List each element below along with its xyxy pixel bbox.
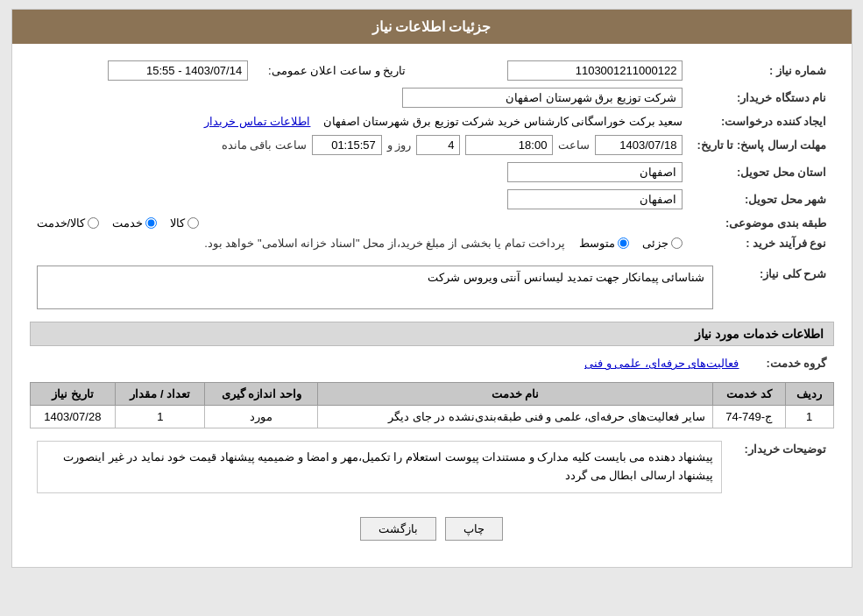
radio-khedmat[interactable]: خدمت [112,216,157,230]
page-title: جزئیات اطلاعات نیاز [372,19,492,34]
table-row: گروه خدمت: فعالیت‌های حرفه‌ای، علمی و فن… [30,353,834,373]
col-vahed: واحد اندازه گیری [205,383,318,406]
col-tedad: تعداد / مقدار [116,383,205,406]
radio-jozi[interactable]: جزئی [642,237,683,250]
main-container: جزئیات اطلاعات نیاز شماره نیاز : 1103001… [11,9,852,568]
table-row: نوع فرآیند خرید : متوسط جزئی پرداخت تمام… [30,233,834,253]
tosihKharidar-box: پیشنهاد دهنده می بایست کلیه مدارک و مستن… [37,441,722,493]
saatMande-label: ساعت باقی مانده [222,138,307,152]
ijadKonande-label: ایجاد کننده درخواست: [690,111,833,131]
groupeKhedmat-value[interactable]: فعالیت‌های حرفه‌ای، علمی و فنی [584,357,739,370]
ostanTahvil-label: استان محل تحویل: [690,159,833,186]
sharhNiaz-value: شناسائی پیمانکار جهت تمدید لیسانس آنتی و… [37,266,713,309]
sharhNiaz-label: شرح کلی نیاز: [720,262,834,313]
page-header: جزئیات اطلاعات نیاز [12,10,852,44]
content-area: شماره نیاز : 1103001211000122 تاریخ و سا… [12,44,852,567]
back-button[interactable]: بازگشت [360,517,436,541]
rozMande-value: 4 [416,135,460,155]
tarikhElan-value: 1403/07/14 - 15:55 [108,60,248,81]
cell-kod: ج-749-74 [712,406,785,428]
print-button[interactable]: چاپ [445,517,503,541]
groupeKhedmat-label: گروه خدمت: [746,353,834,373]
tosihKharidar-value: پیشنهاد دهنده می بایست کلیه مدارک و مستن… [45,449,714,485]
table-row: شرح کلی نیاز: شناسائی پیمانکار جهت تمدید… [30,262,834,313]
tarikhPasokh-value: 1403/07/18 [595,135,683,155]
saatMande-value: 01:15:57 [312,135,382,155]
rozMande-label: روز و [387,138,412,152]
radio-kala-khedmat[interactable]: کالا/خدمت [37,216,100,230]
sharh-niaz-table: شرح کلی نیاز: شناسائی پیمانکار جهت تمدید… [30,262,834,313]
tabaqehBandi-radiogroup: کالا/خدمت خدمت کالا [37,216,683,230]
col-tarikh: تاریخ نیاز [30,383,116,406]
ostanTahvil-value: اصفهان [507,162,683,182]
grohe-khedmat-table: گروه خدمت: فعالیت‌های حرفه‌ای، علمی و فن… [30,353,834,373]
tosih-table: توضیحات خریدار: پیشنهاد دهنده می بایست ک… [30,437,834,504]
tosihKharidar-label: توضیحات خریدار: [729,437,834,504]
table-row: ایجاد کننده درخواست: سعید برکت خوراسگانی… [30,111,834,131]
namDastgah-value: شرکت توزیع برق شهرستان اصفهان [402,88,683,108]
radio-kala[interactable]: کالا [170,216,199,230]
noeFarayand-label: نوع فرآیند خرید : [690,233,833,253]
cell-vahed: مورد [205,406,318,428]
tabaqehBandi-label: طبقه بندی موضوعی: [690,213,833,233]
cell-nam: سایر فعالیت‌های حرفه‌ای، علمی و فنی طبقه… [318,406,712,428]
table-header-row: ردیف کد خدمت نام خدمت واحد اندازه گیری ت… [30,383,833,406]
khadamat-section-header: اطلاعات خدمات مورد نیاز [30,322,834,346]
namDastgah-label: نام دستگاه خریدار: [690,84,833,111]
saatPasokh-value: 18:00 [465,135,553,155]
table-row: استان محل تحویل: اصفهان [30,159,834,186]
col-nam: نام خدمت [318,383,712,406]
table-row: توضیحات خریدار: پیشنهاد دهنده می بایست ک… [30,437,834,504]
info-table: شماره نیاز : 1103001211000122 تاریخ و سا… [30,57,834,253]
cell-tedad: 1 [116,406,205,428]
noeFarayand-note: پرداخت تمام یا بخشی از مبلغ خرید،از محل … [204,237,565,250]
ijadKonande-value: سعید برکت خوراسگانی کارشناس خرید شرکت تو… [323,115,683,128]
service-table: ردیف کد خدمت نام خدمت واحد اندازه گیری ت… [30,382,834,428]
col-radif: ردیف [785,383,833,406]
etelaat-link[interactable]: اطلاعات تماس خریدار [204,115,310,128]
shahrTahvil-label: شهر محل تحویل: [690,186,833,213]
noeFarayand-radiogroup: متوسط جزئی [579,237,683,250]
saatPasokh-label: ساعت [558,138,590,152]
shahrTahvil-value: اصفهان [507,189,683,209]
table-row: مهلت ارسال پاسخ: تا تاریخ: 1403/07/18 سا… [30,131,834,159]
tarikhElan-label: تاریخ و ساعت اعلان عمومی: [255,57,413,84]
shomareNiaz-label: شماره نیاز : [690,57,833,84]
col-kod: کد خدمت [712,383,785,406]
button-bar: چاپ بازگشت [30,517,834,554]
pasokh-row: 1403/07/18 ساعت 18:00 4 روز و 01:15:57 س… [37,135,683,155]
table-row: طبقه بندی موضوعی: کالا/خدمت خدمت کالا [30,213,834,233]
shomareNiaz-value: 1103001211000122 [507,60,683,81]
mohlatErsalPasokh-label: مهلت ارسال پاسخ: تا تاریخ: [690,131,833,159]
table-row: شهر محل تحویل: اصفهان [30,186,834,213]
table-row: 1 ج-749-74 سایر فعالیت‌های حرفه‌ای، علمی… [30,406,833,428]
noeFarayand-row: متوسط جزئی پرداخت تمام یا بخشی از مبلغ خ… [37,237,683,250]
cell-tarikh: 1403/07/28 [30,406,116,428]
table-row: شماره نیاز : 1103001211000122 تاریخ و سا… [30,57,834,84]
radio-motavaset[interactable]: متوسط [579,237,629,250]
table-row: نام دستگاه خریدار: شرکت توزیع برق شهرستا… [30,84,834,111]
cell-radif: 1 [785,406,833,428]
